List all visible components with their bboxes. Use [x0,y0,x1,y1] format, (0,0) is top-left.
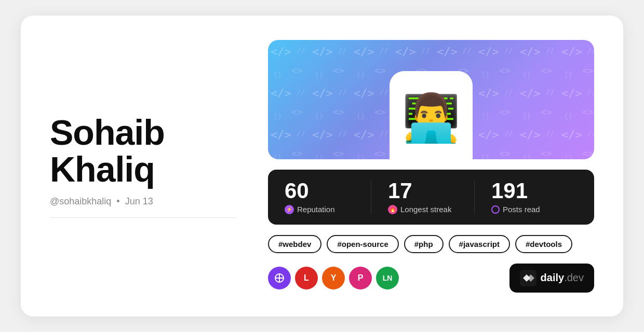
posts-label: Posts read [503,205,540,214]
source-icon-1[interactable] [268,267,291,289]
stat-posts: 191 Posts read [474,180,578,214]
posts-label-row: Posts read [491,205,578,214]
brand-daily: daily [541,272,565,283]
flame-icon: 🔥 [388,205,397,214]
tag-javascript[interactable]: #javascript [449,235,510,253]
source-icon-5[interactable]: LN [376,267,399,289]
circle-icon [491,205,500,214]
avatar-image: 👨‍💻 [402,94,460,141]
tag-php[interactable]: #php [404,235,444,253]
reputation-label-row: ⚡ Reputation [285,205,371,214]
profile-card: Sohaib Khaliq @sohaibkhaliq • Jun 13 </>… [21,16,623,316]
tag-webdev[interactable]: #webdev [268,235,321,253]
tag-devtools[interactable]: #devtools [515,235,572,253]
source-icon-4[interactable]: P [349,267,372,289]
bottom-row: L Y P LN daily.dev [268,264,594,293]
streak-label: Longest streak [400,205,451,214]
stat-reputation: 60 ⚡ Reputation [285,180,371,214]
tags-container: #webdev #open-source #php #javascript #d… [268,235,594,253]
source-icon-3[interactable]: Y [322,267,345,289]
avatar-container: 👨‍💻 [390,71,473,159]
user-joined: Jun 13 [125,196,153,206]
left-section: Sohaib Khaliq @sohaibkhaliq • Jun 13 [50,114,237,218]
brand-suffix: .dev [564,272,584,283]
brand-name: daily.dev [541,272,584,284]
lightning-icon: ⚡ [285,205,294,214]
divider [50,217,237,218]
brand-logo: daily.dev [509,264,594,293]
user-meta: @sohaibkhaliq • Jun 13 [50,196,237,207]
reputation-label: Reputation [297,205,335,214]
daily-dev-icon [520,270,536,286]
streak-label-row: 🔥 Longest streak [388,205,474,214]
source-icons: L Y P LN [268,267,399,289]
stats-bar: 60 ⚡ Reputation 17 🔥 Longest streak 191 … [268,170,594,225]
user-handle: @sohaibkhaliq [50,196,111,206]
right-section: </> <> {} // 👨‍💻 60 ⚡ Reputation [268,40,594,293]
source-icon-2[interactable]: L [295,267,318,289]
profile-banner: </> <> {} // 👨‍💻 [268,40,594,159]
reputation-value: 60 [285,180,371,202]
tag-open-source[interactable]: #open-source [327,235,398,253]
user-full-name: Sohaib Khaliq [50,114,237,188]
posts-value: 191 [491,180,578,202]
streak-value: 17 [388,180,474,202]
stat-streak: 17 🔥 Longest streak [371,180,474,214]
